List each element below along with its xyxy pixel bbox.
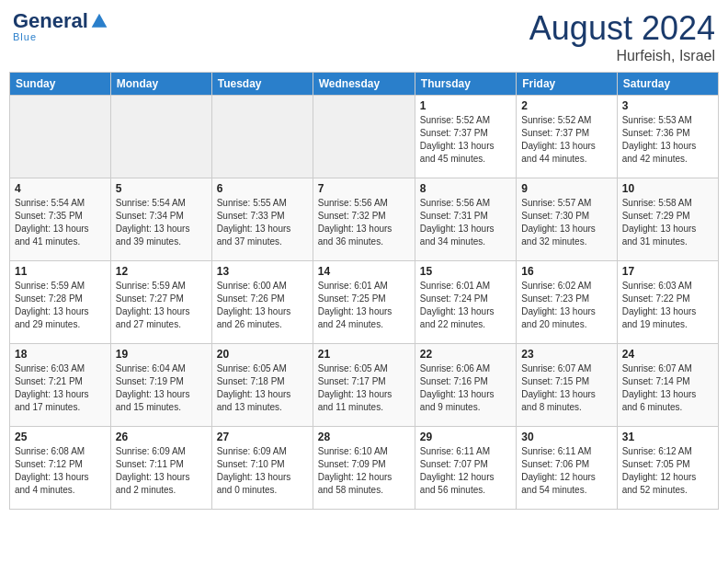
col-sunday: Sunday [10,73,111,96]
calendar-cell: 3Sunrise: 5:53 AM Sunset: 7:36 PM Daylig… [617,96,718,178]
calendar-cell: 14Sunrise: 6:01 AM Sunset: 7:25 PM Dayli… [313,261,415,344]
day-info: Sunrise: 6:11 AM Sunset: 7:07 PM Dayligh… [420,445,511,497]
col-saturday: Saturday [617,73,718,96]
day-info: Sunrise: 6:09 AM Sunset: 7:10 PM Dayligh… [217,445,308,497]
day-number: 9 [521,182,611,195]
day-number: 23 [521,348,611,361]
day-info: Sunrise: 6:06 AM Sunset: 7:16 PM Dayligh… [420,362,511,414]
day-number: 4 [15,182,106,195]
day-number: 10 [622,182,713,195]
calendar-header-row: Sunday Monday Tuesday Wednesday Thursday… [10,73,719,96]
day-info: Sunrise: 6:02 AM Sunset: 7:23 PM Dayligh… [521,280,611,331]
day-number: 6 [217,182,308,195]
day-number: 27 [217,431,308,443]
col-wednesday: Wednesday [313,73,415,96]
day-info: Sunrise: 6:08 AM Sunset: 7:12 PM Dayligh… [15,445,106,497]
calendar-cell: 27Sunrise: 6:09 AM Sunset: 7:10 PM Dayli… [211,427,313,510]
col-tuesday: Tuesday [211,73,313,96]
title-block: August 2024 Hurfeish, Israel [529,9,715,64]
day-info: Sunrise: 6:03 AM Sunset: 7:21 PM Dayligh… [15,362,106,414]
calendar-week-2: 4Sunrise: 5:54 AM Sunset: 7:35 PM Daylig… [10,178,719,261]
col-friday: Friday [517,73,617,96]
calendar-cell [10,96,111,178]
calendar-cell: 19Sunrise: 6:04 AM Sunset: 7:19 PM Dayli… [110,344,211,427]
day-info: Sunrise: 6:00 AM Sunset: 7:26 PM Dayligh… [217,280,308,331]
calendar-cell: 31Sunrise: 6:12 AM Sunset: 7:05 PM Dayli… [617,427,718,510]
logo: General Blue [13,9,108,42]
calendar-week-3: 11Sunrise: 5:59 AM Sunset: 7:28 PM Dayli… [10,261,719,344]
day-number: 3 [622,99,713,112]
day-number: 24 [622,348,713,361]
day-number: 12 [116,265,207,278]
day-info: Sunrise: 6:10 AM Sunset: 7:09 PM Dayligh… [318,445,410,497]
calendar-cell: 7Sunrise: 5:56 AM Sunset: 7:32 PM Daylig… [313,178,415,261]
logo-underline: Blue [13,31,37,42]
calendar-cell: 2Sunrise: 5:52 AM Sunset: 7:37 PM Daylig… [517,96,617,178]
calendar-cell: 21Sunrise: 6:05 AM Sunset: 7:17 PM Dayli… [313,344,415,427]
calendar-table: Sunday Monday Tuesday Wednesday Thursday… [9,72,719,510]
day-info: Sunrise: 6:01 AM Sunset: 7:25 PM Dayligh… [318,280,410,331]
day-info: Sunrise: 6:05 AM Sunset: 7:17 PM Dayligh… [318,362,410,414]
calendar-cell: 16Sunrise: 6:02 AM Sunset: 7:23 PM Dayli… [517,261,617,344]
calendar-cell: 5Sunrise: 5:54 AM Sunset: 7:34 PM Daylig… [110,178,211,261]
day-info: Sunrise: 6:09 AM Sunset: 7:11 PM Dayligh… [116,445,207,497]
day-number: 26 [116,431,207,443]
col-monday: Monday [110,73,211,96]
calendar-cell: 25Sunrise: 6:08 AM Sunset: 7:12 PM Dayli… [10,427,111,510]
day-info: Sunrise: 5:53 AM Sunset: 7:36 PM Dayligh… [622,114,713,166]
calendar-cell: 6Sunrise: 5:55 AM Sunset: 7:33 PM Daylig… [211,178,313,261]
day-number: 11 [15,265,106,278]
logo-icon [90,12,108,30]
calendar-cell: 12Sunrise: 5:59 AM Sunset: 7:27 PM Dayli… [110,261,211,344]
page-header: General Blue August 2024 Hurfeish, Israe… [9,9,719,64]
calendar-cell: 30Sunrise: 6:11 AM Sunset: 7:06 PM Dayli… [517,427,617,510]
day-number: 28 [318,431,410,443]
calendar-cell: 17Sunrise: 6:03 AM Sunset: 7:22 PM Dayli… [617,261,718,344]
calendar-cell: 10Sunrise: 5:58 AM Sunset: 7:29 PM Dayli… [617,178,718,261]
location: Hurfeish, Israel [529,48,715,64]
day-info: Sunrise: 6:05 AM Sunset: 7:18 PM Dayligh… [217,362,308,414]
calendar-cell: 8Sunrise: 5:56 AM Sunset: 7:31 PM Daylig… [415,178,516,261]
calendar-cell: 20Sunrise: 6:05 AM Sunset: 7:18 PM Dayli… [211,344,313,427]
day-info: Sunrise: 5:52 AM Sunset: 7:37 PM Dayligh… [521,114,611,166]
logo-general: General [13,9,88,33]
calendar-cell: 24Sunrise: 6:07 AM Sunset: 7:14 PM Dayli… [617,344,718,427]
day-info: Sunrise: 5:54 AM Sunset: 7:35 PM Dayligh… [15,197,106,248]
day-number: 25 [15,431,106,443]
calendar-cell: 9Sunrise: 5:57 AM Sunset: 7:30 PM Daylig… [517,178,617,261]
day-number: 5 [116,182,207,195]
calendar-cell [313,96,415,178]
day-number: 21 [318,348,410,361]
calendar-cell: 13Sunrise: 6:00 AM Sunset: 7:26 PM Dayli… [211,261,313,344]
day-number: 13 [217,265,308,278]
day-info: Sunrise: 6:07 AM Sunset: 7:14 PM Dayligh… [622,362,713,414]
day-number: 20 [217,348,308,361]
day-number: 30 [521,431,611,443]
calendar-cell: 22Sunrise: 6:06 AM Sunset: 7:16 PM Dayli… [415,344,516,427]
day-number: 18 [15,348,106,361]
day-info: Sunrise: 6:04 AM Sunset: 7:19 PM Dayligh… [116,362,207,414]
calendar-cell [110,96,211,178]
calendar-cell [211,96,313,178]
day-number: 22 [420,348,511,361]
month-year: August 2024 [529,9,715,48]
calendar-cell: 28Sunrise: 6:10 AM Sunset: 7:09 PM Dayli… [313,427,415,510]
calendar-week-5: 25Sunrise: 6:08 AM Sunset: 7:12 PM Dayli… [10,427,719,510]
calendar-cell: 15Sunrise: 6:01 AM Sunset: 7:24 PM Dayli… [415,261,516,344]
day-info: Sunrise: 5:52 AM Sunset: 7:37 PM Dayligh… [420,114,511,166]
calendar-cell: 4Sunrise: 5:54 AM Sunset: 7:35 PM Daylig… [10,178,111,261]
day-info: Sunrise: 6:11 AM Sunset: 7:06 PM Dayligh… [521,445,611,497]
calendar-cell: 18Sunrise: 6:03 AM Sunset: 7:21 PM Dayli… [10,344,111,427]
day-info: Sunrise: 5:58 AM Sunset: 7:29 PM Dayligh… [622,197,713,248]
day-number: 29 [420,431,511,443]
day-info: Sunrise: 5:59 AM Sunset: 7:27 PM Dayligh… [116,280,207,331]
day-number: 19 [116,348,207,361]
day-info: Sunrise: 5:59 AM Sunset: 7:28 PM Dayligh… [15,280,106,331]
day-number: 8 [420,182,511,195]
day-number: 7 [318,182,410,195]
day-info: Sunrise: 6:03 AM Sunset: 7:22 PM Dayligh… [622,280,713,331]
day-number: 17 [622,265,713,278]
day-info: Sunrise: 5:56 AM Sunset: 7:31 PM Dayligh… [420,197,511,248]
day-number: 1 [420,99,511,112]
day-info: Sunrise: 5:54 AM Sunset: 7:34 PM Dayligh… [116,197,207,248]
